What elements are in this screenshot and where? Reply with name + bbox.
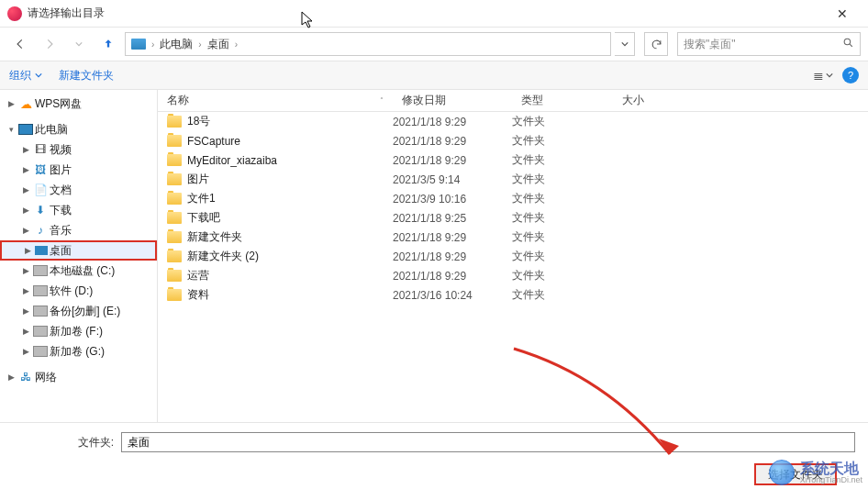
col-type[interactable]: 类型 — [512, 93, 613, 108]
tree-disk-c[interactable]: ▶ 本地磁盘 (C:) — [0, 261, 157, 281]
file-date: 2021/1/18 9:25 — [393, 212, 512, 225]
view-mode-button[interactable]: ≣ — [813, 68, 833, 83]
file-date: 2021/3/5 9:14 — [393, 173, 512, 186]
tree-wps[interactable]: ▶ ☁ WPS网盘 — [0, 94, 157, 114]
chevron-right-icon[interactable]: ▶ — [20, 145, 31, 154]
breadcrumb-dropdown[interactable] — [615, 32, 635, 56]
chevron-right-icon[interactable]: ▶ — [20, 206, 31, 215]
table-row[interactable]: 资料2021/3/16 10:24文件夹 — [158, 285, 868, 305]
col-size[interactable]: 大小 — [613, 93, 686, 108]
file-type: 文件夹 — [512, 268, 613, 283]
tree-this-pc[interactable]: ▾ 此电脑 — [0, 119, 157, 139]
folder-icon — [167, 173, 182, 185]
chevron-right-icon[interactable]: ▶ — [20, 347, 31, 356]
breadcrumb-desktop[interactable]: 桌面 — [206, 37, 231, 52]
col-date[interactable]: 修改日期 — [393, 93, 512, 108]
file-date: 2021/3/9 10:16 — [393, 193, 512, 206]
watermark: 系统天地 XiTongTianDi.net — [769, 460, 862, 485]
folder-icon — [167, 212, 182, 224]
refresh-button[interactable] — [644, 32, 668, 56]
file-type: 文件夹 — [512, 133, 613, 149]
chevron-right-icon[interactable]: ▶ — [6, 372, 17, 382]
file-name: 运营 — [187, 268, 209, 283]
chevron-right-icon[interactable]: ▶ — [20, 286, 31, 295]
folder-icon — [167, 270, 182, 282]
tree-videos[interactable]: ▶ 🎞 视频 — [0, 139, 157, 160]
file-date: 2021/1/18 9:29 — [393, 250, 512, 263]
app-icon — [7, 6, 22, 21]
globe-icon — [769, 460, 795, 485]
file-name: 新建文件夹 — [187, 229, 242, 245]
table-row[interactable]: 图片2021/3/5 9:14文件夹 — [158, 170, 868, 189]
forward-button[interactable] — [37, 31, 62, 57]
help-button[interactable]: ? — [842, 67, 859, 83]
folder-name-input[interactable] — [121, 432, 855, 452]
video-icon: 🎞 — [33, 143, 48, 156]
sidebar-tree[interactable]: ▶ ☁ WPS网盘 ▾ 此电脑 ▶ 🎞 视频 ▶ 🖼 图片 ▶ 📄 文档 ▶ ⬇ — [0, 90, 158, 422]
new-folder-button[interactable]: 新建文件夹 — [59, 68, 114, 83]
back-button[interactable] — [7, 31, 33, 57]
file-type: 文件夹 — [512, 229, 613, 245]
search-placeholder: 搜索"桌面" — [684, 37, 842, 52]
breadcrumb-pc[interactable]: 此电脑 — [158, 37, 195, 52]
file-type: 文件夹 — [512, 210, 613, 226]
table-row[interactable]: 文件12021/3/9 10:16文件夹 — [158, 189, 868, 208]
tree-disk-e[interactable]: ▶ 备份[勿删] (E:) — [0, 301, 157, 321]
folder-label: 文件夹: — [13, 435, 114, 450]
downloads-icon: ⬇ — [33, 204, 48, 217]
table-row[interactable]: 下载吧2021/1/18 9:25文件夹 — [158, 208, 868, 228]
column-headers: 名称 ˄ 修改日期 类型 大小 — [158, 90, 868, 112]
folder-icon — [167, 154, 182, 166]
table-row[interactable]: 运营2021/1/18 9:29文件夹 — [158, 266, 868, 285]
close-button[interactable]: ✕ — [824, 6, 861, 21]
chevron-right-icon[interactable]: ▶ — [20, 165, 31, 174]
chevron-right-icon[interactable]: ▶ — [22, 246, 33, 255]
table-row[interactable]: 18号2021/1/18 9:29文件夹 — [158, 112, 868, 131]
col-name[interactable]: 名称 ˄ — [158, 93, 393, 108]
tree-disk-f[interactable]: ▶ 新加卷 (F:) — [0, 321, 157, 341]
file-name: 下载吧 — [187, 210, 220, 226]
tree-disk-g[interactable]: ▶ 新加卷 (G:) — [0, 341, 157, 361]
pictures-icon: 🖼 — [33, 163, 48, 176]
chevron-right-icon[interactable]: ▶ — [20, 226, 31, 235]
chevron-right-icon[interactable]: ▶ — [20, 327, 31, 336]
file-list-pane: 名称 ˄ 修改日期 类型 大小 18号2021/1/18 9:29文件夹FSCa… — [158, 90, 868, 422]
tree-music[interactable]: ▶ ♪ 音乐 — [0, 220, 157, 240]
table-row[interactable]: 新建文件夹 (2)2021/1/18 9:29文件夹 — [158, 247, 868, 266]
up-button[interactable] — [95, 31, 121, 57]
file-name: MyEditor_xiazaiba — [187, 154, 277, 167]
chevron-right-icon[interactable]: ▶ — [6, 99, 17, 108]
chevron-right-icon: › — [196, 39, 203, 50]
search-input[interactable]: 搜索"桌面" — [677, 32, 861, 56]
search-icon — [842, 37, 854, 51]
table-row[interactable]: FSCapture2021/1/18 9:29文件夹 — [158, 131, 868, 150]
tree-network[interactable]: ▶ 🖧 网络 — [0, 367, 157, 387]
title-bar: 请选择输出目录 ✕ — [0, 0, 868, 28]
chevron-right-icon[interactable]: ▶ — [20, 185, 31, 194]
chevron-down-icon[interactable]: ▾ — [6, 125, 17, 134]
folder-icon — [167, 116, 182, 128]
organize-menu[interactable]: 组织 — [9, 68, 42, 83]
chevron-right-icon[interactable]: ▶ — [20, 266, 31, 275]
tree-desktop[interactable]: ▶ 桌面 — [0, 240, 157, 261]
tree-documents[interactable]: ▶ 📄 文档 — [0, 180, 157, 200]
music-icon: ♪ — [33, 224, 48, 237]
folder-icon — [167, 289, 182, 301]
table-row[interactable]: MyEditor_xiazaiba2021/1/18 9:29文件夹 — [158, 150, 868, 170]
desktop-icon — [35, 246, 48, 255]
file-list[interactable]: 18号2021/1/18 9:29文件夹FSCapture2021/1/18 9… — [158, 112, 868, 422]
file-name: 资料 — [187, 287, 209, 303]
file-type: 文件夹 — [512, 152, 613, 168]
cloud-icon: ☁ — [18, 97, 33, 110]
tree-downloads[interactable]: ▶ ⬇ 下载 — [0, 200, 157, 220]
file-date: 2021/1/18 9:29 — [393, 270, 512, 283]
file-name: 文件1 — [187, 191, 216, 206]
tree-disk-d[interactable]: ▶ 软件 (D:) — [0, 281, 157, 301]
recent-dropdown[interactable] — [66, 31, 92, 57]
disk-icon — [33, 264, 48, 277]
table-row[interactable]: 新建文件夹2021/1/18 9:29文件夹 — [158, 228, 868, 247]
tree-pictures[interactable]: ▶ 🖼 图片 — [0, 160, 157, 180]
chevron-right-icon[interactable]: ▶ — [20, 306, 31, 316]
file-date: 2021/1/18 9:29 — [393, 231, 512, 244]
breadcrumb[interactable]: › 此电脑 › 桌面 › — [125, 32, 611, 56]
